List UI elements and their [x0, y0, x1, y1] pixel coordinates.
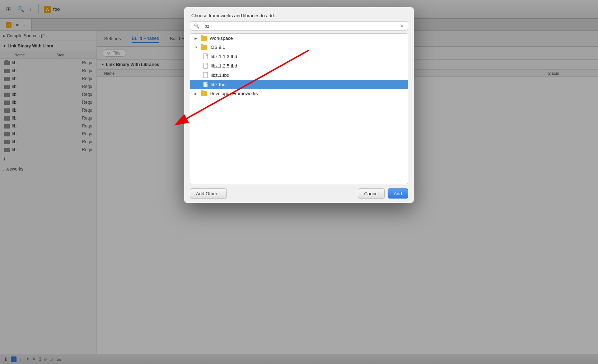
devfw-disclosure-icon: ▶ [195, 92, 198, 95]
libz-1-label: libz.1.tbd [211, 73, 229, 78]
cancel-add-group: Cancel Add [358, 188, 408, 199]
ios91-label: iOS 9.1 [210, 45, 225, 50]
folder-developer-frameworks[interactable]: ▶ Developer Frameworks [190, 89, 408, 98]
add-button[interactable]: Add [388, 188, 408, 199]
libz-1-2-5-label: libz.1.2.5.tbd [211, 63, 237, 69]
ios91-folder-icon [201, 45, 207, 50]
modal-search-input[interactable] [202, 23, 397, 29]
libz-1-file-icon [203, 72, 208, 78]
libz-1-2-5-file-icon [203, 63, 208, 69]
modal-file-list: ▶ Workspace ▼ iOS 9.1 libz.1.1.3.tbd [190, 33, 408, 184]
file-libz-1[interactable]: libz.1.tbd [190, 70, 408, 80]
modal-dialog: Choose frameworks and libraries to add: … [184, 7, 414, 203]
modal-title: Choose frameworks and libraries to add: [184, 7, 414, 21]
modal-search-clear-button[interactable]: ✕ [400, 23, 404, 29]
file-libz-1-1-3[interactable]: libz.1.1.3.tbd [190, 52, 408, 61]
file-libz[interactable]: libz.tbd [190, 80, 408, 89]
modal-search-bar: 🔍 ✕ [190, 21, 408, 31]
add-other-button[interactable]: Add Other... [190, 188, 227, 199]
workspace-disclosure-icon: ▶ [195, 37, 198, 40]
libz-file-icon [203, 81, 208, 87]
folder-workspace[interactable]: ▶ Workspace [190, 34, 408, 43]
workspace-label: Workspace [210, 36, 233, 41]
modal-overlay: Choose frameworks and libraries to add: … [0, 0, 598, 364]
modal-buttons: Add Other... Cancel Add [184, 184, 414, 203]
devfw-folder-icon [201, 91, 207, 96]
ios91-disclosure-icon: ▼ [195, 46, 198, 49]
libz-1-1-3-file-icon [203, 53, 208, 59]
workspace-folder-icon [201, 36, 207, 41]
libz-label: libz.tbd [211, 82, 225, 87]
xcode-window: ⊞ 🔍 › A foo A foo ⌄ ▶ Compile Sources (2… [0, 0, 598, 364]
libz-1-1-3-label: libz.1.1.3.tbd [211, 54, 237, 59]
folder-ios91[interactable]: ▼ iOS 9.1 [190, 43, 408, 52]
devfw-label: Developer Frameworks [210, 91, 258, 96]
modal-search-icon: 🔍 [194, 23, 200, 29]
cancel-button[interactable]: Cancel [358, 188, 384, 199]
file-libz-1-2-5[interactable]: libz.1.2.5.tbd [190, 61, 408, 70]
